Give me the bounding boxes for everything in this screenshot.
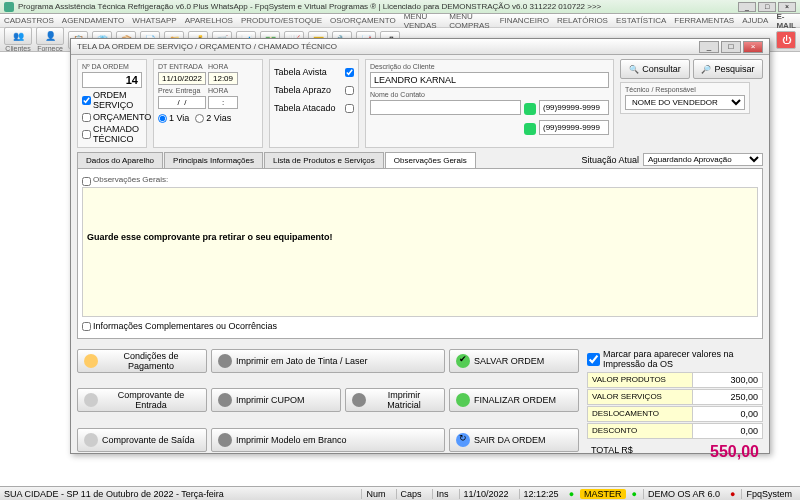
contato-input[interactable] <box>370 100 521 115</box>
sair-button[interactable]: ↻SAIR DA ORDEM <box>449 428 579 452</box>
status-led2-icon: ● <box>632 489 637 499</box>
menu-os[interactable]: OS/ORÇAMENTO <box>330 16 396 25</box>
menu-compras[interactable]: MENU COMPRAS <box>449 12 491 30</box>
tab-observacoes[interactable]: Observações Gerais <box>385 152 476 168</box>
produtos-value: 300,00 <box>692 373 762 387</box>
status-led3-icon: ● <box>730 489 735 499</box>
via2-radio[interactable] <box>195 114 204 123</box>
total-label: TOTAL R$ <box>587 441 673 463</box>
app-title: Programa Assistência Técnica Refrigeraçã… <box>18 2 738 11</box>
tel1-input[interactable] <box>539 100 609 115</box>
status-led-icon: ● <box>569 489 574 499</box>
prev-hora-input[interactable] <box>208 96 238 109</box>
toolbar-fornece-label: Fornece <box>37 45 63 52</box>
condicoes-button[interactable]: Condições de Pagamento <box>77 349 207 373</box>
dialog-minimize-button[interactable]: _ <box>699 41 719 53</box>
menu-estatistica[interactable]: ESTATÍSTICA <box>616 16 666 25</box>
maximize-button[interactable]: □ <box>758 2 776 12</box>
via1-label: 1 Via <box>169 113 189 123</box>
minimize-button[interactable]: _ <box>738 2 756 12</box>
tab-dados-aparelho[interactable]: Dados do Aparelho <box>77 152 163 168</box>
obs-gerais-checkbox[interactable] <box>82 177 91 186</box>
toolbar-exit-button[interactable]: ⏻ <box>776 31 796 49</box>
desloc-value: 0,00 <box>692 407 762 421</box>
tecnico-select[interactable]: NOME DO VENDEDOR <box>625 95 745 110</box>
order-number-group: Nº DA ORDEM ORDEM SERVIÇO ORÇAMENTO CHAM… <box>77 59 147 148</box>
tabela-aprazo-label: Tabela Aprazo <box>274 85 331 95</box>
obs-textarea[interactable]: Guarde esse comprovante pra retirar o se… <box>82 187 758 317</box>
menu-agendamento[interactable]: AGENDAMENTO <box>62 16 125 25</box>
via2-label: 2 Vias <box>206 113 231 123</box>
close-button[interactable]: × <box>778 2 796 12</box>
imprimir-branco-button[interactable]: Imprimir Modelo em Branco <box>211 428 445 452</box>
tecnico-group: Técnico / Responsável NOME DO VENDEDOR <box>620 82 750 114</box>
dialog-titlebar: TELA DA ORDEM DE SERVIÇO / ORÇAMENTO / C… <box>71 39 769 55</box>
whatsapp-icon-2[interactable] <box>524 123 536 135</box>
date-group: DT ENTRADAHORA Prev. EntregaHORA 1 Via 2… <box>153 59 263 148</box>
menu-relatorios[interactable]: RELATÓRIOS <box>557 16 608 25</box>
dialog-close-button[interactable]: × <box>743 41 763 53</box>
tabela-atacado-checkbox[interactable] <box>345 104 354 113</box>
app-icon <box>4 2 14 12</box>
tabela-group: Tabela Avista Tabela Aprazo Tabela Ataca… <box>269 59 359 148</box>
order-number-input[interactable] <box>82 72 142 88</box>
tab-principais-info[interactable]: Principais Informações <box>164 152 263 168</box>
servicos-value: 250,00 <box>692 390 762 404</box>
comp-entrada-button[interactable]: Comprovante de Entrada <box>77 388 207 412</box>
produtos-label: VALOR PRODUTOS <box>588 373 692 387</box>
toolbar-clientes-button[interactable]: 👥 <box>4 27 32 45</box>
tabela-atacado-label: Tabela Atacado <box>274 103 336 113</box>
consultar-button[interactable]: 🔍Consultar <box>620 59 690 79</box>
imprimir-cupom-button[interactable]: Imprimir CUPOM <box>211 388 341 412</box>
desconto-value: 0,00 <box>692 424 762 438</box>
dt-entrada-label: DT ENTRADA <box>158 63 206 70</box>
dialog-maximize-button[interactable]: □ <box>721 41 741 53</box>
ordem-servico-checkbox[interactable] <box>82 96 91 105</box>
compl-checkbox[interactable] <box>82 322 91 331</box>
comp-saida-button[interactable]: Comprovante de Saída <box>77 428 207 452</box>
statusbar: SUA CIDADE - SP 11 de Outubro de 2022 - … <box>0 486 800 500</box>
pesquisar-button[interactable]: 🔎Pesquisar <box>693 59 763 79</box>
situacao-select[interactable]: Aguardando Aprovação <box>643 153 763 166</box>
cliente-desc-label: Descrição do Cliente <box>370 63 609 70</box>
menu-whatsapp[interactable]: WHATSAPP <box>132 16 176 25</box>
marcar-checkbox[interactable] <box>587 353 600 366</box>
tab-lista-produtos[interactable]: Lista de Produtos e Serviços <box>264 152 384 168</box>
hora-input[interactable] <box>208 72 238 85</box>
chamado-checkbox[interactable] <box>82 130 91 139</box>
toolbar-fornece-button[interactable]: 👤 <box>36 27 64 45</box>
via1-radio[interactable] <box>158 114 167 123</box>
chamado-label: CHAMADO TÉCNICO <box>93 124 142 144</box>
menu-produto[interactable]: PRODUTO/ESTOQUE <box>241 16 322 25</box>
imprimir-matricial-button[interactable]: Imprimir Matricial <box>345 388 445 412</box>
toolbar-clientes-label: Clientes <box>5 45 30 52</box>
situacao-label: Situação Atual <box>581 155 639 165</box>
tabela-aprazo-checkbox[interactable] <box>345 86 354 95</box>
app-titlebar: Programa Assistência Técnica Refrigeraçã… <box>0 0 800 14</box>
menubar: CADASTROS AGENDAMENTO WHATSAPP APARELHOS… <box>0 14 800 28</box>
menu-financeiro[interactable]: FINANCEIRO <box>500 16 549 25</box>
status-demo: DEMO OS AR 6.0 <box>643 489 724 499</box>
tabela-avista-checkbox[interactable] <box>345 68 354 77</box>
tel2-input[interactable] <box>539 120 609 135</box>
status-ins: Ins <box>432 489 453 499</box>
prev-hora-label: HORA <box>208 87 238 94</box>
whatsapp-icon[interactable] <box>524 103 536 115</box>
dt-entrada-input[interactable] <box>158 72 206 85</box>
menu-vendas[interactable]: MENU VENDAS <box>404 12 442 30</box>
totals-panel: Marcar para aparecer valores na Impressã… <box>587 349 763 463</box>
prev-date-input[interactable] <box>158 96 206 109</box>
menu-cadastros[interactable]: CADASTROS <box>4 16 54 25</box>
orcamento-checkbox[interactable] <box>82 113 91 122</box>
menu-ferramentas[interactable]: FERRAMENTAS <box>674 16 734 25</box>
salvar-button[interactable]: ✔SALVAR ORDEM <box>449 349 579 373</box>
menu-ajuda[interactable]: AJUDA <box>742 16 768 25</box>
tecnico-label: Técnico / Responsável <box>625 86 745 93</box>
cliente-nome-input[interactable] <box>370 72 609 88</box>
status-master: MASTER <box>580 489 626 499</box>
imprimir-jato-button[interactable]: Imprimir em Jato de Tinta / Laser <box>211 349 445 373</box>
servicos-label: VALOR SERVIÇOS <box>588 390 692 404</box>
menu-email[interactable]: E-MAIL <box>776 12 796 30</box>
finalizar-button[interactable]: FINALIZAR ORDEM <box>449 388 579 412</box>
menu-aparelhos[interactable]: APARELHOS <box>185 16 233 25</box>
